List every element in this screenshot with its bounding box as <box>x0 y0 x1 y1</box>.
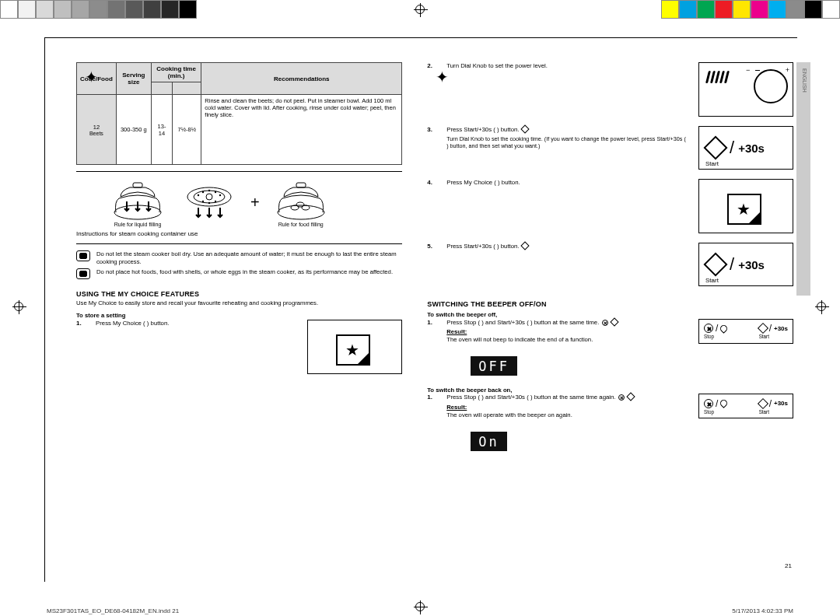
food-name: Beets <box>80 131 113 136</box>
display-off: OFF <box>471 356 517 376</box>
my-choice-intro: Use My Choice to easily store and recall… <box>76 299 402 307</box>
step-note: Turn Dial Knob to set the cooking time. … <box>446 135 688 150</box>
favourite-icon: ✦ <box>85 67 98 87</box>
start-label: Start <box>759 334 788 339</box>
stop-icon <box>602 320 608 326</box>
panel-my-choice: ★ <box>698 179 793 233</box>
stop-icon <box>704 324 713 333</box>
cell-time2: 7½-8½ <box>173 95 201 165</box>
favourite-icon: ✦ <box>436 67 449 87</box>
th-rec: Recommendations <box>201 63 402 95</box>
svg-rect-1 <box>133 183 142 187</box>
step-number: 1. <box>76 320 85 327</box>
start-icon <box>520 124 529 133</box>
step-text: Press Stop ( ) and Start/+30s ( ) button… <box>446 319 688 344</box>
result-text: The oven will not beep to indicate the e… <box>446 336 593 343</box>
my-choice-heading: USING THE MY CHOICE FEATURES <box>76 290 402 298</box>
display-on: On <box>471 432 506 451</box>
step-text: Press Start/+30s ( ) button. Turn Dial K… <box>446 126 688 150</box>
figure-food-fill: Rule for food filling <box>271 178 331 227</box>
svg-point-12 <box>219 194 221 195</box>
beeper-off-heading: To switch the beeper off, <box>427 311 793 319</box>
page-number: 21 <box>785 562 792 569</box>
figure-row: Rule for liquid filling + <box>107 178 397 227</box>
svg-point-10 <box>208 189 210 191</box>
microwave-note-icon <box>76 268 90 279</box>
tip-row: Do not place hot foods, food with shells… <box>76 268 402 279</box>
heat-icon <box>707 71 732 86</box>
key-icon <box>719 324 729 334</box>
svg-rect-20 <box>296 183 306 187</box>
th-time-2 <box>173 82 201 95</box>
step-text: Turn Dial Knob to set the power level. <box>446 62 688 70</box>
cell-rec: Rinse and clean the beets; do not peel. … <box>201 95 402 165</box>
store-heading: To store a setting <box>76 312 402 320</box>
side-language-label: ENGLISH <box>802 68 807 93</box>
svg-point-9 <box>202 191 204 192</box>
figure-caption: Rule for food filling <box>271 222 331 227</box>
plus30-label: +30s <box>738 142 765 155</box>
slash-icon: / <box>716 323 718 334</box>
step-text: Press Start/+30s ( ) button. <box>446 243 688 250</box>
svg-point-19 <box>278 205 324 219</box>
left-column: Code/Food Serving size Cooking time (min… <box>76 62 402 568</box>
panel-stop-start: / Stop / +30s Start <box>698 319 793 344</box>
stop-icon <box>704 399 713 408</box>
step-number: 5. <box>427 243 436 250</box>
start-icon <box>520 241 529 250</box>
step-text-inner: Press Start/+30s ( ) button. <box>446 126 519 133</box>
step-text-inner: Press Stop ( ) and Start/+30s ( ) button… <box>446 319 599 326</box>
footer-filename: MS23F301TAS_EO_DE68-04182M_EN.indd 21 <box>47 607 179 614</box>
panel-my-choice: ★ <box>307 320 402 374</box>
stop-label: Stop <box>704 334 727 339</box>
favourite-button-graphic: ★ <box>336 334 370 366</box>
slash-icon: / <box>769 323 772 334</box>
step-number: 2. <box>427 62 436 69</box>
figure-insert <box>179 181 240 225</box>
start-icon <box>610 317 618 326</box>
plus30-label: +30s <box>774 325 788 332</box>
registration-mark-icon <box>415 5 425 14</box>
panel-start: / +30s Start <box>698 243 793 286</box>
svg-point-6 <box>194 191 225 203</box>
cell-time1: 13-14 <box>151 95 172 165</box>
step-text-inner: Press My Choice ( ) button. <box>446 179 520 186</box>
beeper-on-heading: To switch the beeper back on, <box>427 387 793 394</box>
instructions-caption: Instructions for steam cooking container… <box>76 230 402 237</box>
start-diamond-icon <box>703 135 727 159</box>
tip-row: Do not let the steam cooker boil dry. Us… <box>76 250 402 265</box>
side-language-tab: ENGLISH <box>796 62 810 296</box>
registration-mark-icon <box>817 302 826 311</box>
step-number: 3. <box>427 126 436 133</box>
tip-text: Do not let the steam cooker boil dry. Us… <box>96 250 402 265</box>
step-text: Press My Choice ( ) button. ✦ <box>96 320 296 327</box>
result-label: Result: <box>446 328 688 336</box>
th-time: Cooking time (min.) <box>151 63 201 82</box>
svg-point-7 <box>206 194 212 200</box>
svg-point-14 <box>202 200 204 201</box>
step-number: 4. <box>427 179 436 186</box>
panel-stop-start: / Stop / +30s Start <box>698 394 793 418</box>
tip-text: Do not place hot foods, food with shells… <box>96 268 393 276</box>
dial-minus-icon: − <box>746 66 750 74</box>
th-serving: Serving size <box>116 63 151 95</box>
figure-caption: Rule for liquid filling <box>107 222 168 227</box>
beeper-heading: SWITCHING THE BEEPER OFF/ON <box>427 300 793 308</box>
svg-point-8 <box>198 194 199 195</box>
svg-point-15 <box>208 201 210 203</box>
star-icon: ★ <box>345 341 359 359</box>
step-number: 1. <box>427 394 436 401</box>
result-text: The oven will operate with the beeper on… <box>446 411 572 418</box>
dial-plus-icon: + <box>786 66 789 74</box>
registration-mark-icon <box>14 302 23 311</box>
slash-icon: / <box>730 138 734 158</box>
plus-icon: + <box>250 194 260 212</box>
start-diamond-icon <box>703 252 727 276</box>
svg-point-13 <box>215 200 216 201</box>
cell-code: 12 Beets <box>77 95 117 165</box>
key-icon <box>719 399 729 409</box>
slash-icon: / <box>730 254 734 275</box>
svg-point-23 <box>296 202 304 207</box>
steamer-pot-icon <box>110 178 166 222</box>
steamer-pot-food-icon <box>273 178 329 222</box>
